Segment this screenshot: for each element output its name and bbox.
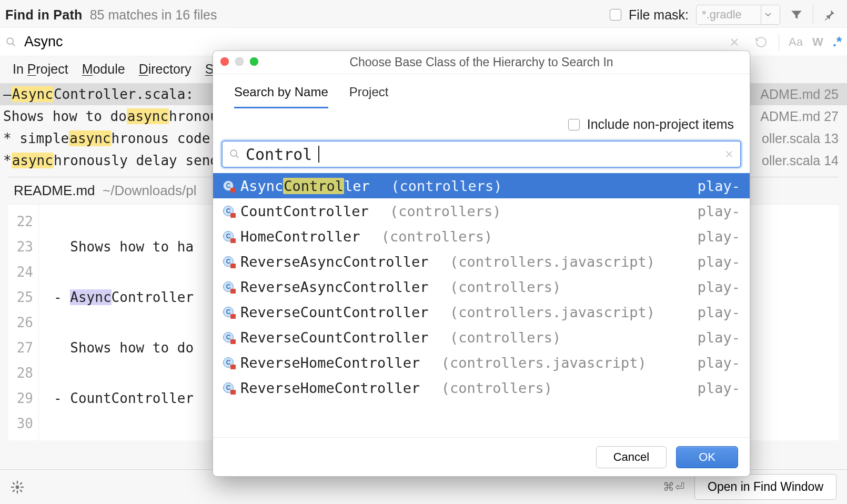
caret	[318, 146, 319, 163]
dialog-search-input[interactable]: Control	[246, 145, 312, 164]
class-name: ReverseAsyncController	[240, 254, 429, 270]
list-item[interactable]: CReverseHomeController (controllers)play…	[213, 375, 750, 400]
separator	[779, 34, 779, 51]
find-title: Find in Path	[5, 7, 83, 23]
class-package: (controllers)	[381, 228, 492, 245]
clear-icon[interactable]	[724, 149, 734, 159]
dialog-search[interactable]: Control	[221, 140, 741, 168]
class-source: play-	[698, 329, 740, 346]
preview-file-name: README.md	[14, 183, 95, 198]
separator	[813, 6, 813, 24]
class-source: play-	[698, 254, 740, 270]
class-source: play-	[698, 380, 740, 396]
class-name: ReverseCountController	[240, 304, 429, 320]
list-item[interactable]: CReverseHomeController (controllers.java…	[213, 350, 750, 375]
scope-tab-directory[interactable]: Directory	[139, 62, 191, 77]
list-item[interactable]: CHomeController (controllers)play-	[213, 224, 750, 249]
class-package: (controllers)	[450, 279, 561, 295]
file-mask-select[interactable]: *.gradle	[696, 5, 780, 25]
search-icon	[5, 36, 17, 48]
class-source: play-	[698, 203, 740, 219]
dialog-title: Choose Base Class of the Hierarchy to Se…	[349, 55, 613, 69]
find-header: Find in Path 85 matches in 16 files File…	[0, 0, 847, 27]
class-source: play-	[698, 228, 740, 245]
result-location: ADME.md 25	[760, 87, 839, 102]
class-icon: C	[223, 357, 234, 368]
result-location: oller.scala 14	[762, 153, 839, 168]
list-item[interactable]: CReverseAsyncController (controllers.jav…	[213, 249, 750, 274]
close-icon[interactable]	[220, 57, 229, 66]
list-item[interactable]: CAsyncController (controllers)play-	[213, 173, 750, 198]
tab-search-by-name[interactable]: Search by Name	[234, 85, 328, 108]
history-icon[interactable]	[752, 34, 769, 51]
gear-icon[interactable]	[11, 480, 24, 494]
scope-tab-project[interactable]: In Project	[13, 62, 68, 77]
file-mask-checkbox[interactable]	[610, 9, 621, 21]
zoom-icon[interactable]	[250, 57, 258, 66]
list-item[interactable]: CReverseCountController (controllers)pla…	[213, 325, 750, 350]
ok-button[interactable]: OK	[676, 446, 738, 468]
kbd-hint: ⌘⏎	[663, 480, 685, 494]
pin-icon[interactable]	[821, 8, 839, 21]
dialog-titlebar[interactable]: Choose Base Class of the Hierarchy to Se…	[213, 51, 750, 74]
class-package: (controllers.javascript)	[441, 355, 647, 371]
dialog-footer: Cancel OK	[213, 437, 750, 476]
result-location: oller.scala 13	[762, 131, 839, 146]
search-input[interactable]	[24, 32, 719, 52]
class-icon: C	[223, 180, 234, 191]
svg-point-1	[16, 485, 19, 489]
open-in-find-window-button[interactable]: Open in Find Window	[694, 474, 836, 500]
class-package: (controllers.javascript)	[450, 254, 655, 270]
class-icon: C	[223, 382, 234, 394]
file-mask-label: File mask:	[629, 7, 689, 23]
class-icon: C	[223, 230, 234, 242]
match-case-toggle[interactable]: Aa	[789, 35, 803, 49]
include-non-project-checkbox[interactable]	[568, 119, 580, 130]
chevron-down-icon	[761, 5, 774, 24]
result-text: * simple asynchronous code in	[3, 130, 235, 146]
result-text: – AsyncController.scala:	[3, 86, 194, 102]
class-source: play-	[698, 355, 740, 371]
include-non-project-label: Include non-project items	[587, 117, 734, 132]
class-package: (controllers)	[391, 178, 502, 194]
class-source: play-	[698, 178, 740, 194]
tab-project[interactable]: Project	[349, 85, 389, 108]
editor-gutter: 222324252627282930	[8, 205, 39, 440]
class-name: ReverseCountController	[240, 329, 429, 346]
clear-icon[interactable]	[726, 34, 743, 51]
cancel-button[interactable]: Cancel	[596, 446, 667, 468]
class-name: HomeController	[240, 228, 360, 245]
class-package: (controllers)	[390, 203, 501, 219]
find-stats: 85 matches in 16 files	[90, 7, 217, 23]
svg-point-0	[7, 38, 13, 44]
include-row: Include non-project items	[213, 108, 750, 140]
class-name: ReverseHomeController	[240, 355, 420, 371]
class-name: ReverseAsyncController	[240, 279, 429, 295]
dialog-results-list[interactable]: CAsyncController (controllers)play-CCoun…	[213, 173, 750, 437]
search-icon	[229, 148, 240, 160]
svg-point-2	[230, 150, 237, 156]
editor-code[interactable]: Shows how to ha- AsyncController Shows h…	[39, 205, 194, 440]
class-icon: C	[223, 306, 234, 318]
class-package: (controllers)	[450, 329, 561, 346]
dialog-tabs: Search by Name Project	[213, 74, 750, 108]
list-item[interactable]: CReverseAsyncController (controllers)pla…	[213, 274, 750, 299]
regex-toggle[interactable]: .*	[833, 34, 842, 50]
window-controls[interactable]	[220, 57, 258, 66]
filter-icon[interactable]	[788, 8, 805, 22]
class-source: play-	[698, 304, 740, 320]
list-item[interactable]: CCountController (controllers)play-	[213, 198, 750, 224]
class-package: (controllers)	[441, 380, 552, 396]
class-name: AsyncController	[240, 178, 370, 194]
file-mask-value: *.gradle	[702, 8, 742, 22]
words-toggle[interactable]: W	[812, 35, 823, 49]
list-item[interactable]: CReverseCountController (controllers.jav…	[213, 299, 750, 325]
result-location: ADME.md 27	[760, 109, 839, 124]
scope-tab-module[interactable]: Module	[82, 62, 125, 77]
minimize-icon[interactable]	[235, 57, 244, 66]
class-icon: C	[223, 281, 234, 293]
choose-class-dialog: Choose Base Class of the Hierarchy to Se…	[213, 51, 750, 477]
class-icon: C	[223, 205, 234, 217]
preview-file-path: ~/Downloads/pl	[103, 183, 197, 198]
result-text: Shows how to do asynchronou	[3, 108, 218, 124]
